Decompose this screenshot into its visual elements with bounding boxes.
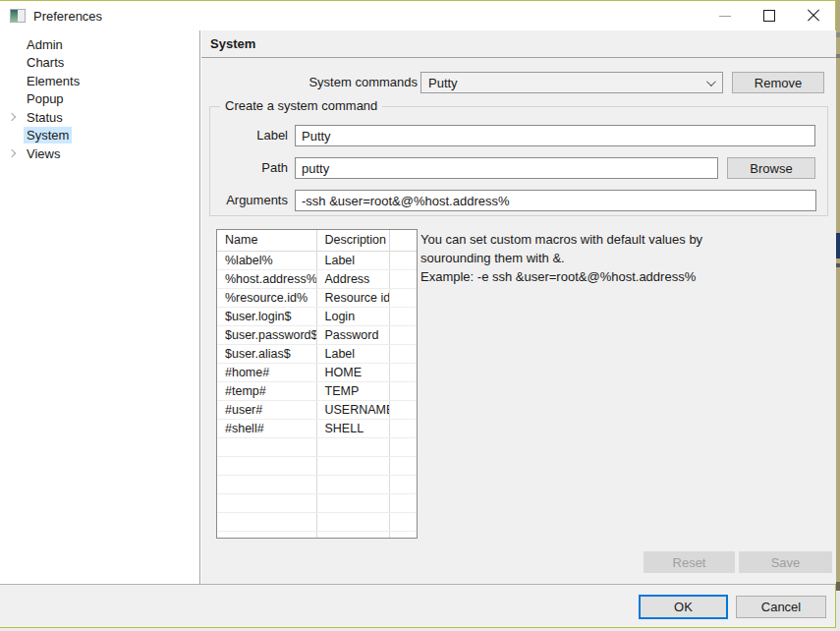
- page-title: System: [201, 30, 836, 58]
- table-cell: [217, 493, 316, 512]
- background-window-sliver: [836, 0, 840, 591]
- table-cell: [217, 437, 316, 456]
- table-cell: [389, 437, 417, 456]
- sidebar-item-label: Popup: [24, 90, 67, 107]
- reset-button[interactable]: Reset: [644, 551, 735, 573]
- label-field-label: Label: [210, 125, 288, 146]
- system-commands-selected-value: Putty: [428, 76, 458, 90]
- table-cell: [316, 493, 389, 512]
- background-mark: [836, 54, 840, 58]
- table-cell: Login: [316, 307, 389, 325]
- window-controls: [702, 1, 835, 30]
- table-row[interactable]: #home#HOME: [217, 363, 417, 381]
- group-title: Create a system command: [220, 98, 382, 113]
- sidebar-item-label: Views: [24, 145, 63, 162]
- table-empty-row: [217, 493, 417, 512]
- system-commands-label: System commands: [201, 72, 418, 93]
- sidebar-item-charts[interactable]: Charts: [0, 54, 199, 73]
- table-cell: [389, 419, 417, 437]
- table-cell: [389, 493, 417, 512]
- table-row[interactable]: $user.password$Password: [217, 325, 417, 344]
- table-cell: %host.address%: [217, 269, 316, 288]
- table-cell: [316, 437, 389, 456]
- table-cell: [316, 531, 389, 539]
- table-cell: TEMP: [316, 381, 389, 400]
- table-cell: [389, 475, 417, 493]
- column-header-description[interactable]: Description: [316, 230, 389, 251]
- column-header-name[interactable]: Name: [217, 230, 316, 251]
- save-button[interactable]: Save: [739, 551, 832, 573]
- dialog-footer: OK Cancel: [0, 584, 835, 627]
- table-cell: [217, 531, 316, 539]
- sidebar-item-label: Admin: [24, 36, 66, 53]
- chevron-right-icon[interactable]: [8, 149, 16, 157]
- table-cell: [316, 512, 389, 531]
- table-row[interactable]: %host.address%Address: [217, 269, 417, 288]
- table-row[interactable]: #shell#SHELL: [217, 419, 417, 437]
- table-empty-row: [217, 531, 417, 539]
- sidebar-item-status[interactable]: Status: [0, 108, 199, 127]
- table-row[interactable]: #user#USERNAME: [217, 400, 417, 419]
- app-icon: [10, 9, 26, 23]
- help-text-line: You can set custom macros with default v…: [420, 230, 828, 249]
- table-cell: %resource.id%: [217, 288, 316, 307]
- chevron-down-icon: [706, 77, 716, 86]
- table-cell: [389, 456, 417, 475]
- browse-button[interactable]: Browse: [727, 157, 815, 179]
- sidebar-item-system[interactable]: System: [0, 127, 199, 145]
- table-row[interactable]: #temp#TEMP: [217, 381, 417, 400]
- close-icon: [807, 9, 820, 23]
- macros-table: Name Description %label%Label%host.addre…: [216, 229, 418, 539]
- column-header-empty: [389, 230, 417, 251]
- table-empty-row: [217, 456, 417, 475]
- table-row[interactable]: $user.alias$Label: [217, 344, 417, 363]
- label-field[interactable]: [295, 125, 815, 146]
- table-row[interactable]: %label%Label: [217, 251, 417, 269]
- table-empty-row: [217, 475, 417, 493]
- table-cell: $user.alias$: [217, 344, 316, 363]
- table-cell: [217, 475, 316, 493]
- table-cell: SHELL: [316, 419, 389, 437]
- table-cell: [389, 363, 417, 381]
- table-cell: [389, 531, 417, 539]
- table-cell: [389, 400, 417, 419]
- remove-button[interactable]: Remove: [732, 72, 824, 93]
- background-mark: [836, 263, 840, 267]
- sidebar-item-admin[interactable]: Admin: [0, 35, 199, 54]
- create-system-command-group: Create a system command Label Path Brows…: [209, 106, 828, 216]
- table-cell: #shell#: [217, 419, 316, 437]
- table-row[interactable]: %resource.id%Resource id: [217, 288, 417, 307]
- arguments-field-label: Arguments: [210, 190, 288, 211]
- sidebar-item-label: Elements: [24, 73, 83, 89]
- table-row[interactable]: $user.login$Login: [217, 307, 417, 325]
- maximize-button[interactable]: [747, 1, 791, 30]
- close-button[interactable]: [791, 1, 835, 30]
- table-cell: #home#: [217, 363, 316, 381]
- chevron-right-icon[interactable]: [8, 113, 16, 121]
- table-cell: Label: [316, 251, 389, 269]
- arguments-field[interactable]: [295, 190, 816, 211]
- ok-button[interactable]: OK: [639, 595, 728, 619]
- table-cell: [389, 344, 417, 363]
- sidebar-item-popup[interactable]: Popup: [0, 90, 199, 109]
- table-empty-row: [217, 437, 417, 456]
- system-commands-select[interactable]: Putty: [420, 72, 723, 93]
- help-text-line: Example: -e ssh &user=root&@%host.addres…: [420, 267, 828, 286]
- table-cell: [389, 307, 417, 325]
- cancel-button[interactable]: Cancel: [736, 596, 826, 618]
- path-field[interactable]: [295, 157, 718, 179]
- table-cell: $user.password$: [217, 325, 316, 344]
- minimize-icon: [719, 16, 731, 17]
- title-bar: Preferences: [0, 1, 835, 30]
- background-mark: [836, 32, 840, 37]
- sidebar-item-elements[interactable]: Elements: [0, 72, 199, 90]
- sidebar-item-views[interactable]: Views: [0, 144, 199, 163]
- minimize-button[interactable]: [702, 1, 747, 30]
- maximize-icon: [763, 10, 775, 22]
- macros-help-text: You can set custom macros with default v…: [420, 230, 828, 286]
- table-empty-row: [217, 512, 417, 531]
- table-header-row: Name Description: [217, 230, 417, 251]
- table-cell: Label: [316, 344, 389, 363]
- background-window-sliver-bottom: [836, 591, 840, 631]
- table-cell: #user#: [217, 400, 316, 419]
